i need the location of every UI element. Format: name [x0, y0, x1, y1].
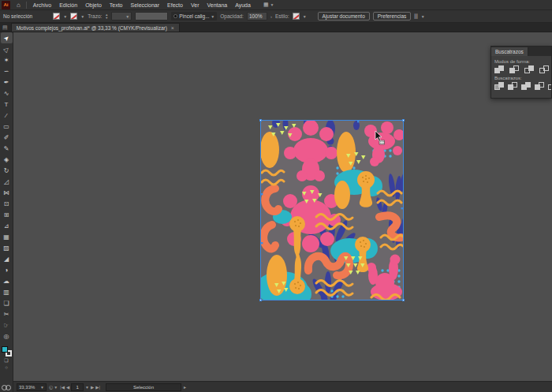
shape-builder-tool[interactable]: ⊞ [1, 209, 13, 220]
paintbrush-tool[interactable]: ✐ [1, 132, 13, 143]
chevron-down-icon[interactable]: ▼ [85, 385, 89, 390]
artboard-tool[interactable]: ❏ [1, 297, 13, 308]
menu-ventana[interactable]: Ventana [207, 0, 227, 10]
fill-color-swatch[interactable] [53, 13, 60, 20]
zoom-level-select[interactable]: 33,33% ▼ [17, 383, 47, 391]
selection-tool[interactable]: ➤ [1, 32, 13, 43]
tab-buscatrazos[interactable]: Buscatrazos [491, 47, 528, 56]
close-icon[interactable]: × [171, 25, 174, 31]
eraser-tool[interactable]: ◈ [1, 154, 13, 165]
fill-swatch-icon [2, 346, 8, 353]
chevron-down-icon[interactable]: ▼ [421, 14, 425, 19]
gradient-tool[interactable]: ▨ [1, 242, 13, 253]
direct-selection-tool[interactable]: ▷ [1, 43, 13, 54]
document-tab-bar: ▤ Motivos complejos_profeivan.ai* @ 33,3… [0, 23, 552, 32]
menu-seleccionar[interactable]: Seleccionar [131, 0, 160, 10]
document-tab[interactable]: Motivos complejos_profeivan.ai* @ 33,33 … [11, 23, 180, 32]
pencil-tool[interactable]: ✎ [1, 143, 13, 154]
pen-tool[interactable]: ✒ [1, 77, 13, 88]
fit-document-button[interactable]: Ajustar documento [318, 12, 370, 21]
status-bar: 33,33% ▼ ◵▼ |◀ ◀ 1 ▼ ▶ ▶| Selección ▸ [13, 381, 552, 392]
hand-tool[interactable]: ☞ [1, 319, 13, 330]
rotate-tool[interactable]: ↻ [1, 165, 13, 176]
unificar-icon[interactable] [494, 65, 505, 74]
screen-mode-button[interactable] [2, 385, 11, 390]
orange-egg-center [334, 181, 350, 209]
shape-modes-label: Modos de forma: [494, 59, 548, 64]
menu-efecto[interactable]: Efecto [167, 0, 183, 10]
line-segment-tool[interactable]: ⁄ [1, 110, 13, 121]
recortar-icon[interactable] [535, 82, 545, 91]
menu-edicion[interactable]: Edición [59, 0, 77, 10]
preferences-button[interactable]: Preferencias [373, 12, 412, 21]
scale-tool[interactable]: ◿ [1, 176, 13, 187]
chevron-down-icon[interactable]: ▼ [303, 14, 307, 19]
artboard-number-field[interactable]: 1 [71, 383, 84, 391]
free-transform-tool[interactable]: ⊡ [1, 198, 13, 209]
eyedropper-tool[interactable]: ◢ [1, 253, 13, 264]
selection-handle[interactable] [402, 299, 405, 301]
formar-interseccion-icon[interactable] [524, 65, 535, 74]
document-title: Motivos complejos_profeivan.ai* @ 33,33 … [17, 25, 167, 31]
view-rotation-select[interactable]: ◵▼ [49, 384, 58, 390]
canvas-pasteboard[interactable] [13, 32, 552, 381]
workspace-settings-icon[interactable]: ⫿⫿ [414, 13, 417, 20]
slice-tool[interactable]: ✂ [1, 308, 13, 319]
rectangle-tool[interactable]: ▭ [1, 121, 13, 132]
menu-texto[interactable]: Texto [110, 0, 123, 10]
next-artboard-button[interactable]: ▶ [91, 385, 94, 390]
tab-overflow-icon[interactable]: ▤ [2, 24, 8, 31]
selection-handle[interactable] [259, 299, 262, 301]
last-artboard-button[interactable]: ▶| [95, 385, 100, 390]
opacity-flyout-icon[interactable]: › [270, 14, 272, 19]
blend-tool[interactable]: ◑ [1, 264, 13, 275]
first-artboard-button[interactable]: |◀ [60, 385, 65, 390]
lasso-tool[interactable]: ∽ [1, 65, 13, 77]
opacity-value: 100% [249, 13, 263, 19]
brush-definition-select[interactable]: Pincel calig... ▼ [171, 12, 217, 21]
selection-handle[interactable] [402, 119, 405, 121]
menos-frente-icon[interactable] [509, 65, 520, 74]
arrange-documents-button[interactable]: ▦ ▼ [263, 2, 274, 8]
chevron-down-icon[interactable]: ▼ [63, 14, 67, 19]
color-none-button[interactable]: ○ [1, 364, 13, 371]
excluir-icon[interactable] [539, 65, 550, 74]
opacity-input[interactable]: 100% [247, 12, 267, 21]
home-icon[interactable]: ⌂ [17, 1, 21, 9]
column-graph-tool[interactable]: ▥ [1, 286, 13, 297]
status-flyout-icon[interactable]: ▸ [184, 384, 186, 390]
perspective-grid-tool[interactable]: ⊿ [1, 220, 13, 231]
cortar-icon[interactable] [508, 82, 518, 91]
stroke-weight-stepper[interactable]: ▲▼ [105, 13, 108, 19]
menu-ver[interactable]: Ver [191, 0, 200, 10]
orange-egg-bottom-left [267, 255, 287, 296]
chevron-down-icon: ▼ [270, 2, 274, 7]
symbol-sprayer-tool[interactable]: ☁ [1, 275, 13, 286]
artboard-pattern-tile[interactable] [261, 121, 403, 300]
style-swatch[interactable] [293, 13, 300, 20]
variable-width-profile[interactable] [135, 12, 168, 21]
arrange-documents-icon: ▦ [263, 2, 269, 8]
pathfinders-label: Buscatrazos: [494, 76, 548, 80]
contorno-icon[interactable] [548, 82, 552, 91]
chevron-down-icon[interactable]: ▼ [80, 14, 84, 19]
menu-objeto[interactable]: Objeto [85, 0, 102, 10]
fill-stroke-indicator[interactable] [2, 346, 12, 357]
type-tool[interactable]: T [1, 99, 13, 110]
selection-status-label: No selección [3, 13, 32, 19]
width-tool[interactable]: ⋈ [1, 187, 13, 198]
stroke-weight-select[interactable]: ▼ [111, 12, 132, 21]
dividir-icon[interactable] [494, 82, 505, 91]
combinar-icon[interactable] [521, 82, 531, 91]
status-display[interactable]: Selección [106, 383, 181, 391]
drawing-modes-button[interactable]: ❏ [1, 357, 13, 364]
menu-archivo[interactable]: Archivo [33, 0, 51, 10]
previous-artboard-button[interactable]: ◀ [66, 385, 69, 390]
menu-ayuda[interactable]: Ayuda [235, 0, 251, 10]
zoom-tool[interactable]: ◎ [1, 330, 13, 342]
magic-wand-tool[interactable]: ✶ [1, 54, 13, 65]
stroke-color-swatch[interactable] [70, 13, 77, 20]
curvature-tool[interactable]: ∿ [1, 88, 13, 99]
mesh-tool[interactable]: ▦ [1, 231, 13, 242]
selection-handle[interactable] [259, 119, 262, 121]
